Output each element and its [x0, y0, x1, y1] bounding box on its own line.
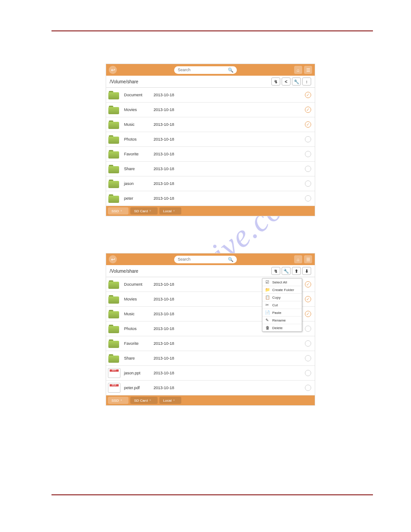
file-list-1: Document2013-10-18Movies2013-10-18Music2…	[106, 88, 315, 206]
file-name: Share	[124, 356, 154, 360]
file-row[interactable]: jason2013-10-18	[106, 176, 315, 191]
tools-button[interactable]: 🔧	[282, 267, 291, 275]
file-row[interactable]: PDFpeter.pdf2013-10-18	[106, 381, 315, 395]
rename-icon: ✎	[265, 318, 270, 322]
context-menu-item[interactable]: ✂Cut	[262, 301, 302, 309]
tab-local[interactable]: Local▫	[159, 207, 181, 215]
search-box[interactable]: 🔍	[174, 256, 237, 263]
file-row[interactable]: PPTjason.ppt2013-10-18	[106, 366, 315, 381]
folder-icon	[108, 105, 120, 115]
context-menu-label: Paste	[272, 311, 281, 315]
select-checkbox[interactable]	[305, 195, 311, 202]
file-date: 2013-10-18	[154, 371, 174, 375]
select-checkbox[interactable]	[305, 326, 311, 332]
upload-button[interactable]: ⬆	[292, 267, 301, 275]
folder-icon	[108, 339, 120, 348]
folder-icon	[108, 353, 120, 363]
file-date: 2013-10-18	[154, 386, 174, 390]
search-box[interactable]: 🔍	[174, 66, 237, 74]
context-menu-item[interactable]: 📁Create Folder	[262, 286, 302, 294]
tab-sdcard[interactable]: SD Card▫	[130, 397, 158, 404]
file-row[interactable]: Favorite2013-10-18	[106, 336, 315, 351]
select-checkbox[interactable]	[305, 166, 311, 172]
tab-ssd[interactable]: SSD▫	[108, 207, 128, 215]
tab-sdcard[interactable]: SD Card▫	[130, 207, 158, 215]
list-view-icon[interactable]: ☰	[304, 66, 312, 74]
search-input[interactable]	[178, 68, 228, 72]
file-date: 2013-10-18	[154, 326, 174, 331]
file-row[interactable]: peter2013-10-18	[106, 191, 315, 206]
file-name: Music	[124, 312, 154, 316]
copy-icon: 📋	[265, 295, 270, 300]
context-menu-label: Cut	[272, 303, 278, 307]
storage-tabs: SSD▫ SD Card▫ Local▫	[106, 206, 315, 216]
list-view-icon[interactable]: ☰	[304, 255, 312, 263]
file-name: Share	[124, 167, 154, 171]
select-checkbox[interactable]	[305, 370, 311, 376]
folder-icon	[108, 324, 120, 334]
context-menu-item[interactable]: ☑Select All	[262, 279, 302, 286]
file-date: 2013-10-18	[154, 107, 174, 112]
file-name: Favorite	[124, 152, 154, 156]
tab-ssd[interactable]: SSD▫	[108, 397, 128, 404]
select-checkbox[interactable]	[305, 355, 311, 361]
file-name: Music	[124, 122, 154, 127]
file-row[interactable]: Share2013-10-18	[106, 351, 315, 366]
file-row[interactable]: Document2013-10-18	[106, 88, 315, 103]
file-row[interactable]: Music2013-10-18	[106, 117, 315, 132]
refresh-button[interactable]: ↯	[271, 77, 280, 86]
share-button[interactable]: <	[282, 77, 291, 86]
context-menu-item[interactable]: 🗑Delete	[262, 324, 302, 331]
select-checkbox[interactable]	[305, 281, 311, 287]
select-checkbox[interactable]	[305, 92, 311, 98]
file-date: 2013-10-18	[154, 356, 174, 360]
folder-icon	[108, 120, 120, 129]
home-icon[interactable]: ⌂	[294, 66, 302, 74]
context-menu-item[interactable]: 📄Paste	[262, 309, 302, 317]
home-icon[interactable]: ⌂	[294, 255, 302, 263]
cut-icon: ✂	[265, 303, 270, 307]
select-checkbox[interactable]	[305, 311, 311, 317]
path-bar: /Volume/share ↯ 🔧 ⬆ ⬇	[106, 265, 315, 277]
back-button[interactable]: ↩	[109, 66, 117, 74]
file-name: Movies	[124, 107, 154, 112]
tools-button[interactable]: 🔧	[292, 77, 301, 86]
search-icon: 🔍	[228, 68, 233, 73]
back-button[interactable]: ↩	[109, 255, 117, 263]
select-checkbox[interactable]	[305, 151, 311, 157]
select-checkbox[interactable]	[305, 340, 311, 347]
select-checkbox[interactable]	[305, 180, 311, 187]
folder-icon	[108, 193, 120, 203]
file-name: Movies	[124, 297, 154, 301]
refresh-button[interactable]: ↯	[271, 267, 280, 275]
download-button[interactable]: ⬇	[302, 267, 311, 275]
file-row[interactable]: Favorite2013-10-18	[106, 147, 315, 162]
folder-icon	[108, 279, 120, 289]
path-text: /Volume/share	[110, 79, 271, 84]
folder-icon	[108, 294, 120, 304]
folder-icon	[108, 309, 120, 319]
select-checkbox[interactable]	[305, 121, 311, 128]
folder-icon	[108, 164, 120, 174]
select-checkbox[interactable]	[305, 385, 311, 391]
search-input[interactable]	[178, 257, 228, 262]
select-checkbox[interactable]	[305, 107, 311, 113]
context-menu-label: Delete	[272, 326, 283, 330]
file-date: 2013-10-18	[154, 93, 174, 97]
file-row[interactable]: Share2013-10-18	[106, 162, 315, 176]
tab-local[interactable]: Local▫	[159, 397, 181, 404]
search-icon: 🔍	[228, 257, 233, 262]
file-icon: PPT	[108, 368, 120, 378]
app-header: ↩ 🔍 ⌂ ☰	[106, 64, 315, 76]
file-date: 2013-10-18	[154, 122, 174, 127]
file-row[interactable]: Photos2013-10-18	[106, 132, 315, 147]
page-bottom-rule	[51, 494, 373, 495]
context-menu-label: Select All	[272, 280, 287, 284]
file-date: 2013-10-18	[154, 152, 174, 156]
file-row[interactable]: Movies2013-10-18	[106, 103, 315, 117]
sort-button[interactable]: ↕	[302, 77, 311, 86]
select-checkbox[interactable]	[305, 296, 311, 302]
context-menu-item[interactable]: 📋Copy	[262, 294, 302, 301]
select-checkbox[interactable]	[305, 136, 311, 142]
context-menu-item[interactable]: ✎Rename	[262, 317, 302, 324]
